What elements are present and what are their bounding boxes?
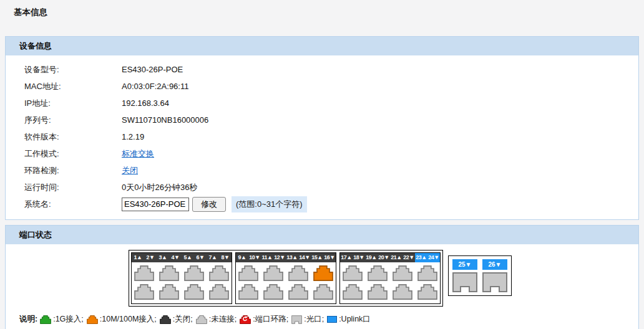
- legend-item-text: :光口;: [304, 314, 324, 325]
- port-13-label: 13▲: [286, 253, 298, 262]
- row-value: ES430-26P-POE: [122, 65, 183, 74]
- port-11-label: 11▲: [261, 253, 273, 262]
- row-label: MAC地址:: [24, 81, 122, 92]
- port-panel-rj45: 1▲2▼3▲4▼5▲6▼7▲8▼9▲10▼11▲12▼13▲14▼15▲16▼1…: [129, 250, 443, 307]
- port-23-jack-icon: [417, 265, 437, 281]
- row-label: 运行时间:: [24, 182, 122, 193]
- port-26-label: 26▼: [482, 259, 507, 270]
- row-label: 软件版本:: [24, 131, 122, 143]
- row-label: 序列号:: [24, 115, 122, 126]
- legend-item: :未连接;: [196, 314, 237, 325]
- system-name-range-hint: (范围:0~31个字符): [232, 196, 307, 212]
- port-12-label: 12▼: [273, 253, 286, 262]
- legend-item: :1G接入;: [40, 314, 84, 325]
- row-label: 环路检测:: [24, 165, 122, 176]
- port-17-label: 17▲: [340, 253, 353, 262]
- port-18-label: 18▼: [353, 253, 365, 262]
- port-22-jack-icon: [393, 284, 412, 300]
- row-label: 系统名:: [24, 199, 122, 210]
- port-legend-items: :1G接入;:10M/100M接入;:关闭;:未连接;:端口环路;:光口;:Up…: [40, 314, 374, 325]
- legend-item: :关闭;: [160, 314, 193, 325]
- port-26-column: 26▼: [482, 259, 507, 292]
- rj45-green-icon: [40, 315, 51, 324]
- row-value: 192.168.3.64: [122, 98, 169, 108]
- port-group-header: 1▲2▼3▲4▼5▲6▼7▲8▼: [132, 253, 232, 262]
- port-12-jack-icon: [263, 284, 283, 300]
- port-8-jack-icon: [209, 284, 229, 300]
- row-serial-number: 序列号: SW110710NB16000006: [24, 112, 638, 128]
- port-25-label: 25▼: [452, 259, 477, 270]
- device-info-header: 设备信息: [6, 37, 638, 55]
- uplink-blue-icon: [327, 316, 337, 323]
- port-group-3: 17▲18▼19▲20▼21▲22▼23▲24▼: [339, 252, 441, 304]
- rj45-dark-icon: [160, 315, 171, 324]
- row-loop-detect: 环路检测: 关闭: [24, 162, 638, 179]
- port-25-column: 25▼: [452, 259, 477, 292]
- legend-item: :Uplink口: [327, 314, 371, 325]
- port-23-label: 23▲: [415, 253, 427, 262]
- port-14-jack-icon: [288, 284, 308, 300]
- port-4-jack-icon: [159, 284, 179, 300]
- device-info-table: 设备型号: ES430-26P-POE MAC地址: A0:03:0F:2A:9…: [6, 55, 638, 219]
- row-label: 工作模式:: [24, 148, 122, 160]
- system-name-input[interactable]: [122, 198, 189, 211]
- port-16-jack-icon: [313, 284, 333, 300]
- row-value: 0天0小时26分钟36秒: [122, 182, 197, 193]
- port-21-label: 21▲: [390, 253, 402, 262]
- device-info-section: 设备信息 设备型号: ES430-26P-POE MAC地址: A0:03:0F…: [5, 36, 639, 220]
- loop-detect-link[interactable]: 关闭: [122, 165, 138, 176]
- row-mac-address: MAC地址: A0:03:0F:2A:96:11: [24, 78, 638, 95]
- port-19-jack-icon: [368, 265, 388, 281]
- port-3-label: 3▲: [157, 253, 169, 262]
- port-21-jack-icon: [393, 265, 412, 281]
- port-24-label: 24▼: [427, 253, 440, 262]
- row-label: 设备型号:: [24, 64, 122, 75]
- port-10-label: 10▼: [248, 253, 261, 262]
- port-7-jack-icon: [209, 265, 229, 281]
- port-22-label: 22▼: [402, 253, 415, 262]
- port-panel-sfp: 25▼26▼: [448, 255, 512, 296]
- legend-item: :10M/100M接入;: [87, 314, 157, 325]
- work-mode-link[interactable]: 标准交换: [122, 148, 154, 160]
- port-1-label: 1▲: [132, 253, 144, 262]
- row-ip-address: IP地址: 192.168.3.64: [24, 95, 638, 112]
- legend-item-text: :关闭;: [173, 314, 193, 325]
- rj45-orange-icon: [87, 315, 98, 324]
- port-group-header: 9▲10▼11▲12▼13▲14▼15▲16▼: [236, 253, 336, 262]
- port-2-label: 2▼: [144, 253, 157, 262]
- port-4-label: 4▼: [169, 253, 182, 262]
- port-13-jack-icon: [288, 265, 308, 281]
- row-uptime: 运行时间: 0天0小时26分钟36秒: [24, 179, 638, 196]
- sfp-gray-icon: [291, 315, 302, 324]
- port-panel: 1▲2▼3▲4▼5▲6▼7▲8▼9▲10▼11▲12▼13▲14▼15▲16▼1…: [6, 244, 638, 307]
- port-9-label: 9▲: [236, 253, 248, 262]
- page-title: 基本信息: [0, 0, 644, 18]
- legend-item-text: :1G接入;: [53, 314, 84, 325]
- port-status-section: 端口状态 1▲2▼3▲4▼5▲6▼7▲8▼9▲10▼11▲12▼13▲14▼15…: [5, 225, 639, 329]
- modify-button[interactable]: 修改: [192, 197, 226, 212]
- port-2-jack-icon: [134, 284, 154, 300]
- rj45-gray-icon: [196, 315, 207, 324]
- port-1-jack-icon: [134, 265, 154, 281]
- port-5-jack-icon: [184, 265, 204, 281]
- port-8-label: 8▼: [219, 253, 232, 262]
- port-group-jacks: [236, 262, 336, 303]
- legend-item-text: :未连接;: [209, 314, 237, 325]
- legend-label: 说明:: [19, 314, 37, 325]
- port-status-header: 端口状态: [6, 226, 638, 244]
- port-11-jack-icon: [263, 265, 283, 281]
- port-17-jack-icon: [343, 265, 363, 281]
- port-15-jack-icon: [313, 265, 333, 281]
- port-19-label: 19▲: [365, 253, 378, 262]
- port-group-2: 9▲10▼11▲12▼13▲14▼15▲16▼: [235, 252, 336, 304]
- row-device-model: 设备型号: ES430-26P-POE: [24, 61, 638, 78]
- row-label: IP地址:: [24, 98, 122, 109]
- row-value: 1.2.19: [122, 132, 144, 141]
- port-6-label: 6▼: [194, 253, 207, 262]
- port-6-jack-icon: [184, 284, 204, 300]
- port-16-label: 16▼: [323, 253, 336, 262]
- port-3-jack-icon: [159, 265, 179, 281]
- legend-item: :端口环路;: [240, 314, 288, 325]
- port-20-label: 20▼: [378, 253, 390, 262]
- legend-item-text: :端口环路;: [253, 314, 288, 325]
